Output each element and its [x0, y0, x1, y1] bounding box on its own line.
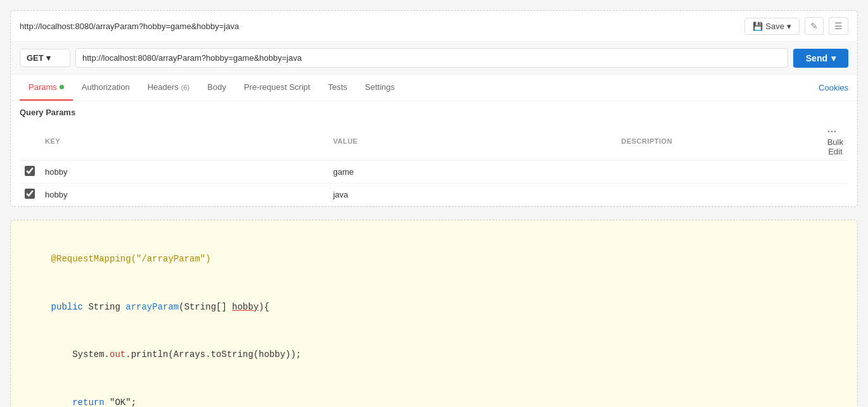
tab-authorization-label: Authorization — [82, 82, 130, 92]
row2-value: java — [328, 184, 616, 206]
tab-tests[interactable]: Tests — [319, 75, 356, 101]
send-chevron-icon: ▾ — [831, 53, 836, 63]
tab-prerequest[interactable]: Pre-request Script — [235, 75, 319, 101]
row2-checkbox-cell — [20, 184, 40, 206]
row1-actions — [822, 161, 848, 184]
tab-prerequest-label: Pre-request Script — [244, 82, 310, 92]
tab-params[interactable]: Params — [20, 75, 73, 101]
tab-body[interactable]: Body — [198, 75, 235, 101]
params-table: KEY VALUE DESCRIPTION ··· Bulk Edit hobb… — [20, 122, 848, 206]
tab-headers-label: Headers — [148, 82, 179, 92]
save-dropdown-arrow: ▾ — [787, 22, 791, 31]
method-label: GET — [27, 53, 44, 63]
out-keyword: out — [110, 349, 125, 360]
code-panel: @RequestMapping("/arrayParam") public St… — [10, 220, 858, 407]
col-actions-header: ··· Bulk Edit — [822, 122, 848, 161]
table-row: hobby game — [20, 161, 848, 184]
annotation-text: @RequestMapping("/arrayParam") — [51, 254, 211, 264]
query-params-title: Query Params — [20, 108, 848, 117]
save-button[interactable]: 💾 Save ▾ — [744, 18, 800, 35]
tab-headers[interactable]: Headers (6) — [139, 75, 199, 101]
comment-button[interactable]: ☰ — [829, 17, 848, 35]
tab-params-label: Params — [29, 82, 57, 92]
tab-body-label: Body — [207, 82, 226, 92]
return-keyword: return — [51, 398, 105, 407]
table-row: hobby java — [20, 184, 848, 206]
more-icon: ··· — [827, 126, 837, 137]
row2-actions — [822, 184, 848, 206]
row2-checkbox[interactable] — [25, 189, 35, 199]
tabs-list: Params Authorization Headers (6) Body Pr… — [20, 75, 404, 101]
tab-settings-label: Settings — [365, 82, 395, 92]
col-desc-header: DESCRIPTION — [616, 122, 822, 161]
method-select[interactable]: GET ▾ — [20, 49, 70, 67]
send-button[interactable]: Send ▾ — [793, 49, 848, 68]
col-key-header: KEY — [40, 122, 328, 161]
tab-settings[interactable]: Settings — [356, 75, 404, 101]
keyword-public: public — [51, 302, 83, 312]
row1-checkbox[interactable] — [25, 166, 35, 176]
title-url: http://localhost:8080/arrayParam?hobby=g… — [20, 22, 239, 31]
tab-authorization[interactable]: Authorization — [73, 75, 139, 101]
request-bar: GET ▾ Send ▾ — [11, 42, 857, 75]
row1-value: game — [328, 161, 616, 184]
headers-badge: (6) — [181, 84, 189, 91]
code-line-3: System.out.println(Arrays.toString(hobby… — [30, 331, 838, 379]
code-line-2: public String arrayParam(String[] hobby)… — [30, 284, 838, 332]
tab-tests-label: Tests — [328, 82, 347, 92]
request-panel: http://localhost:8080/arrayParam?hobby=g… — [10, 10, 858, 207]
col-value-header: VALUE — [328, 122, 616, 161]
col-checkbox-header — [20, 122, 40, 161]
method-chevron-icon: ▾ — [46, 53, 51, 63]
params-dot — [60, 85, 64, 89]
code-line-1: @RequestMapping("/arrayParam") — [30, 235, 838, 284]
method-name: arrayParam — [125, 302, 179, 312]
params-section: Query Params KEY VALUE DESCRIPTION ··· B… — [11, 101, 857, 206]
url-input[interactable] — [75, 48, 788, 68]
row1-description — [616, 161, 822, 184]
row2-key: hobby — [40, 184, 328, 206]
param-hobby: hobby — [232, 302, 258, 312]
row1-key: hobby — [40, 161, 328, 184]
title-bar: http://localhost:8080/arrayParam?hobby=g… — [11, 11, 857, 42]
save-disk-icon: 💾 — [753, 22, 763, 31]
bulk-edit-button[interactable]: Bulk Edit — [827, 137, 843, 156]
code-line-4: return "OK"; — [30, 379, 838, 407]
edit-button[interactable]: ✎ — [805, 17, 824, 35]
row1-checkbox-cell — [20, 161, 40, 184]
return-value: "OK" — [110, 398, 131, 407]
tabs-bar: Params Authorization Headers (6) Body Pr… — [11, 75, 857, 101]
row2-description — [616, 184, 822, 206]
title-actions: 💾 Save ▾ ✎ ☰ — [744, 17, 848, 35]
cookies-link[interactable]: Cookies — [819, 83, 848, 92]
